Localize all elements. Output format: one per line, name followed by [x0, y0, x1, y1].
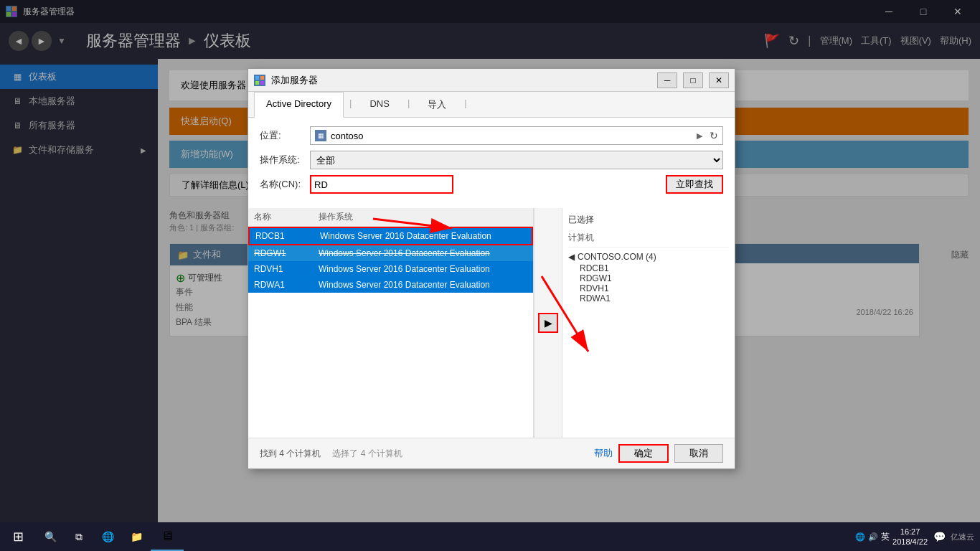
os-select[interactable]: 全部 — [310, 151, 723, 169]
location-label: 位置: — [260, 129, 310, 142]
dialog-footer: 找到 4 个计算机 选择了 4 个计算机 帮助 确定 取消 — [248, 438, 735, 468]
tab-separator3: | — [458, 92, 472, 117]
right-tree: ◀ CONTOSO.COM (4) RDCB1 RDGW1 RDVH1 RDWA… — [568, 250, 729, 432]
name-row: 名称(CN): 立即查找 — [260, 175, 723, 194]
name-label: 名称(CN): — [260, 178, 310, 191]
computer-label: 计算机 — [568, 232, 594, 244]
tree-parent: ◀ CONTOSO.COM (4) — [568, 250, 729, 263]
svg-rect-4 — [255, 76, 259, 80]
result-os-4: Windows Server 2016 Datacenter Evaluatio… — [319, 280, 527, 290]
results-header: 名称 操作系统 — [248, 208, 533, 227]
table-row[interactable]: RDVH1 Windows Server 2016 Datacenter Eva… — [248, 261, 533, 277]
form-area: 位置: ▦ contoso ▶ ↻ 操作系统: 全部 名称(CN): 立即查找 — [248, 118, 735, 208]
location-domain: contoso — [331, 131, 692, 141]
location-arrow-icon: ▶ — [697, 131, 702, 141]
tray-network-icon: 🌐 — [855, 532, 865, 542]
tab-separator1: | — [344, 92, 357, 117]
dialog-titlebar: 添加服务器 ─ □ ✕ — [248, 69, 735, 92]
tab-dns[interactable]: DNS — [357, 92, 401, 118]
footer-left: 找到 4 个计算机 选择了 4 个计算机 — [260, 448, 402, 460]
notification-button[interactable]: 💬 — [930, 528, 948, 545]
svg-rect-6 — [255, 81, 259, 85]
col-os-header: 操作系统 — [319, 211, 527, 223]
lang-indicator[interactable]: 英 — [881, 531, 890, 543]
location-row: 位置: ▦ contoso ▶ ↻ — [260, 126, 723, 145]
tab-active-directory[interactable]: Active Directory — [254, 92, 344, 118]
taskbar-ie[interactable]: 🌐 — [93, 522, 122, 551]
svg-rect-5 — [260, 76, 264, 80]
svg-rect-7 — [260, 81, 264, 85]
clock-date: 2018/4/22 — [892, 537, 928, 547]
taskbar-app-icon: 🖥 — [161, 529, 174, 544]
results-panel: 名称 操作系统 RDCB1 Windows Server 2016 Datace… — [248, 208, 534, 438]
selected-count: 选择了 4 个计算机 — [332, 448, 402, 460]
dialog-title: 添加服务器 — [271, 74, 651, 87]
right-panel-title: 已选择 — [568, 214, 729, 226]
location-bar: ▦ contoso ▶ ↻ — [310, 126, 723, 145]
results-body: RDCB1 Windows Server 2016 Datacenter Eva… — [248, 227, 533, 438]
location-domain-icon: ▦ — [315, 130, 326, 141]
clock-time: 16:27 — [892, 527, 928, 537]
result-name-3: RDVH1 — [254, 264, 319, 274]
result-os-3: Windows Server 2016 Datacenter Evaluatio… — [319, 264, 527, 274]
table-row[interactable]: RDWA1 Windows Server 2016 Datacenter Eva… — [248, 277, 533, 293]
taskbar-time[interactable]: 16:27 2018/4/22 — [892, 527, 928, 547]
add-server-dialog: 添加服务器 ─ □ ✕ Active Directory | DNS | 导入 … — [248, 68, 735, 469]
dialog-split: 名称 操作系统 RDCB1 Windows Server 2016 Datace… — [248, 208, 735, 438]
result-name-2: RDGW1 — [254, 248, 319, 258]
collapse-icon: ◀ — [568, 252, 575, 262]
dialog-icon — [254, 75, 265, 86]
tray-volume-icon: 🔊 — [868, 532, 878, 542]
taskbar-search[interactable]: 🔍 — [36, 522, 65, 551]
table-row[interactable]: RDCB1 Windows Server 2016 Datacenter Eva… — [248, 227, 533, 245]
cancel-button[interactable]: 取消 — [674, 444, 723, 463]
taskbar: ⊞ 🔍 ⧉ 🌐 📁 🖥 🌐 🔊 英 16:27 2018/4/22 💬 亿速云 — [0, 522, 980, 551]
taskbar-server-manager[interactable]: 🖥 — [151, 522, 184, 551]
system-tray: 🌐 🔊 英 — [855, 531, 890, 543]
tab-bar: Active Directory | DNS | 导入 | — [248, 92, 735, 118]
tree-child-3: RDVH1 — [568, 283, 729, 293]
search-button[interactable]: 立即查找 — [666, 175, 723, 194]
result-os-1: Windows Server 2016 Datacenter Evaluatio… — [320, 231, 526, 241]
footer-right: 帮助 确定 取消 — [594, 444, 723, 463]
tab-import[interactable]: 导入 — [415, 92, 458, 118]
start-button[interactable]: ⊞ — [0, 522, 36, 551]
taskbar-right: 🌐 🔊 英 16:27 2018/4/22 💬 亿速云 — [855, 527, 980, 547]
computer-section-header: 计算机 — [568, 229, 729, 248]
dialog-close-button[interactable]: ✕ — [709, 72, 729, 88]
dialog-maximize-button[interactable]: □ — [683, 72, 703, 88]
transfer-button[interactable]: ▶ — [538, 313, 558, 333]
results-count: 找到 4 个计算机 — [260, 448, 321, 460]
result-os-2: Windows Server 2016 Datacenter Evaluatio… — [319, 248, 527, 258]
taskbar-left: ⊞ 🔍 ⧉ 🌐 📁 🖥 — [0, 522, 184, 551]
result-name-1: RDCB1 — [255, 231, 320, 241]
tree-child-1: RDCB1 — [568, 263, 729, 273]
tab-separator2: | — [402, 92, 415, 117]
location-refresh-icon[interactable]: ↻ — [710, 130, 718, 141]
result-name-4: RDWA1 — [254, 280, 319, 290]
col-name-header: 名称 — [254, 211, 319, 223]
dialog-minimize-button[interactable]: ─ — [657, 72, 677, 88]
ok-button[interactable]: 确定 — [618, 444, 669, 463]
transfer-column: ▶ — [534, 208, 562, 438]
help-link[interactable]: 帮助 — [594, 447, 613, 460]
taskbar-explorer[interactable]: 📁 — [122, 522, 151, 551]
table-row[interactable]: RDGW1 Windows Server 2016 Datacenter Eva… — [248, 245, 533, 261]
parent-label: CONTOSO.COM (4) — [578, 252, 656, 262]
tree-child-4: RDWA1 — [568, 293, 729, 303]
os-row: 操作系统: 全部 — [260, 151, 723, 169]
os-label: 操作系统: — [260, 154, 310, 166]
yisu-logo: 亿速云 — [951, 532, 974, 542]
selected-panel: 已选择 计算机 ◀ CONTOSO.COM (4) RDCB1 RDGW1 RD… — [562, 208, 735, 438]
taskbar-task-view[interactable]: ⧉ — [65, 522, 93, 551]
name-input[interactable] — [310, 175, 453, 194]
tree-child-2: RDGW1 — [568, 273, 729, 283]
